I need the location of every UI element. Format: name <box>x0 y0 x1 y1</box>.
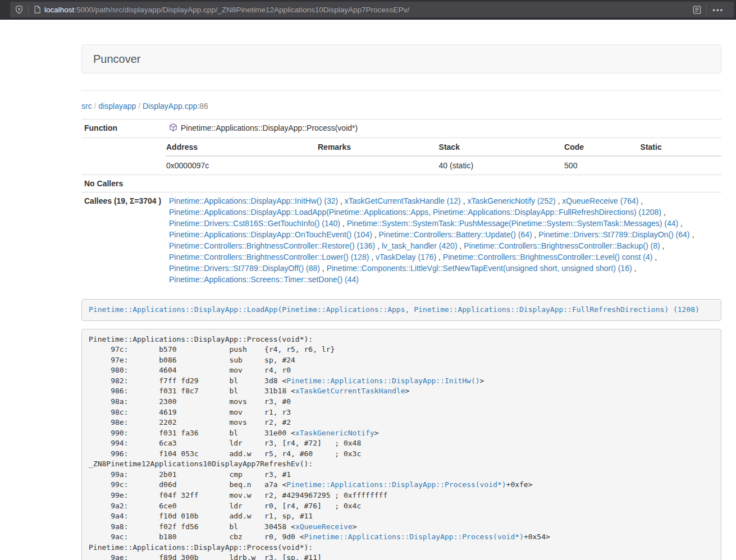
page-title: Puncover <box>93 53 710 65</box>
code-value: 500 <box>564 156 640 175</box>
callee-link[interactable]: Pinetime::Applications::DisplayApp::OnTo… <box>169 230 372 239</box>
browser-toolbar: localhost:5000/path/src/displayapp/Displ… <box>0 0 736 20</box>
col-remarks: Remarks <box>318 138 439 156</box>
callee-link[interactable]: Pinetime::Controllers::BrightnessControl… <box>169 241 375 250</box>
callee-link[interactable]: xTaskGetCurrentTaskHandle (12) <box>345 196 461 205</box>
col-static: Static <box>641 138 721 156</box>
stats-header-row: Address Remarks Stack Code Static <box>166 138 721 156</box>
col-stack: Stack <box>439 138 565 156</box>
shield-icon[interactable] <box>15 5 24 14</box>
breadcrumb: src / displayapp / DisplayApp.cpp:86 <box>81 100 721 112</box>
callee-link[interactable]: Pinetime::Controllers::Battery::Update()… <box>379 230 532 239</box>
callee-link[interactable]: lv_task_handler (420) <box>382 241 458 250</box>
breadcrumb-link[interactable]: src <box>81 102 92 111</box>
stats-row-label <box>81 138 166 175</box>
url-path: :5000/path/src/displayapp/DisplayApp.cpp… <box>74 6 409 14</box>
callee-link[interactable]: Pinetime::System::SystemTask::PushMessag… <box>347 219 679 228</box>
assembly-symbol-link[interactable]: Pinetime::Applications::DisplayApp::Proc… <box>304 533 524 541</box>
assembly-symbol-link[interactable]: Pinetime::Applications::DisplayApp::Proc… <box>286 480 506 489</box>
assembly-code: Pinetime::Applications::DisplayApp::Proc… <box>81 329 721 560</box>
breadcrumb-separator: / <box>92 102 99 111</box>
package-icon <box>169 123 177 135</box>
callee-link[interactable]: Pinetime::Drivers::St7789::DisplayOff() … <box>169 264 320 273</box>
stats-values-row: 0x0000097c 40 (static) 500 <box>166 156 721 175</box>
page-content: Puncover src / displayapp / DisplayApp.c… <box>81 20 721 560</box>
static-value <box>641 156 721 175</box>
function-name: Pinetime::Applications::DisplayApp::Proc… <box>181 123 358 132</box>
callee-link[interactable]: Pinetime::Components::LittleVgl::SetNewT… <box>327 264 632 273</box>
page-actions-icon[interactable]: ••• <box>712 6 724 14</box>
app-header-panel: Puncover <box>81 44 721 74</box>
urlbar-divider <box>706 5 707 15</box>
callee-link[interactable]: Pinetime::Applications::DisplayApp::Load… <box>169 208 661 217</box>
page-icon <box>33 5 42 14</box>
assembly-symbol-link[interactable]: Pinetime::Applications::DisplayApp::Init… <box>286 377 479 385</box>
function-row-label: Function <box>81 120 166 138</box>
callee-link[interactable]: xQueueReceive (764) <box>562 196 638 205</box>
breadcrumb-line-number: :86 <box>197 102 208 111</box>
remarks-value <box>318 156 439 175</box>
function-row: Function Pinetime::Applications::Display… <box>81 120 721 138</box>
breadcrumb-separator: / <box>136 102 143 111</box>
callers-row: No Callers <box>81 175 721 192</box>
stats-table: Address Remarks Stack Code Static 0x0000… <box>166 138 721 175</box>
url-host: localhost <box>44 6 74 14</box>
col-code: Code <box>564 138 640 156</box>
function-table: Function Pinetime::Applications::Display… <box>81 119 721 288</box>
callee-link[interactable]: xTaskGenericNotify (252) <box>467 196 555 205</box>
url-text[interactable]: localhost:5000/path/src/displayapp/Displ… <box>44 6 409 14</box>
highlighted-symbol-box: Pinetime::Applications::DisplayApp::Load… <box>81 299 721 321</box>
address-value: 0x0000097c <box>166 156 318 175</box>
assembly-symbol-link[interactable]: xQueueReceive <box>295 522 353 531</box>
assembly-symbol-link[interactable]: xTaskGenericNotify <box>295 429 374 437</box>
urlbar-divider <box>28 5 29 15</box>
col-address: Address <box>166 138 318 156</box>
callers-label: No Callers <box>81 175 166 192</box>
stack-value: 40 (static) <box>439 156 565 175</box>
reader-mode-icon[interactable] <box>692 5 702 15</box>
breadcrumb-link[interactable]: DisplayApp.cpp <box>143 102 197 111</box>
divider <box>81 90 721 91</box>
callee-link[interactable]: Pinetime::Controllers::BrightnessControl… <box>443 253 652 261</box>
stats-row: Address Remarks Stack Code Static 0x0000… <box>81 138 721 175</box>
breadcrumb-link[interactable]: displayapp <box>98 102 136 111</box>
callees-list: Pinetime::Applications::DisplayApp::Init… <box>166 192 721 288</box>
callee-link[interactable]: Pinetime::Drivers::St7789::DisplayOn() (… <box>538 230 689 239</box>
address-bar[interactable]: localhost:5000/path/src/displayapp/Displ… <box>10 2 734 17</box>
callee-link[interactable]: vTaskDelay (176) <box>376 253 436 261</box>
assembly-symbol-link[interactable]: xTaskGetCurrentTaskHandle <box>295 387 405 395</box>
callees-label: Callees (19, Σ=3704 ) <box>81 192 166 288</box>
callee-link[interactable]: Pinetime::Applications::Screens::Timer::… <box>169 275 359 284</box>
callee-link[interactable]: Pinetime::Controllers::BrightnessControl… <box>464 241 660 250</box>
highlighted-symbol-link[interactable]: Pinetime::Applications::DisplayApp::Load… <box>89 305 700 314</box>
callee-link[interactable]: Pinetime::Drivers::Cst816S::GetTouchInfo… <box>169 219 340 228</box>
callee-link[interactable]: Pinetime::Controllers::BrightnessControl… <box>169 253 369 261</box>
callee-link[interactable]: Pinetime::Applications::DisplayApp::Init… <box>169 196 338 205</box>
callees-row: Callees (19, Σ=3704 ) Pinetime::Applicat… <box>81 192 721 288</box>
